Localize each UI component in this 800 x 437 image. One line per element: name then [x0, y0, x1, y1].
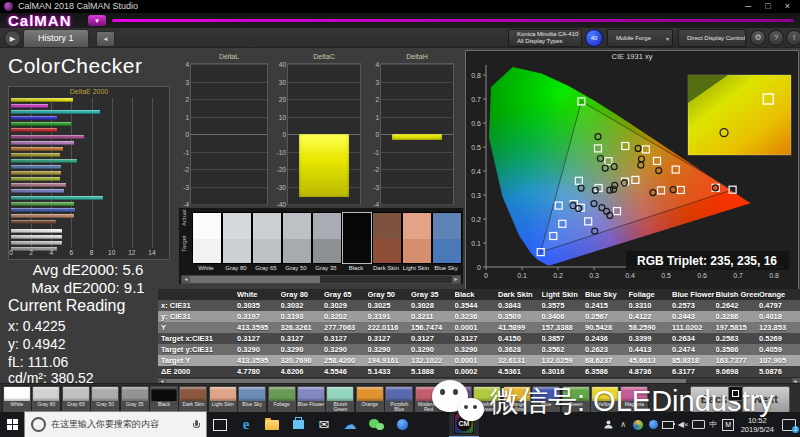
table-cell: 0.3290	[324, 344, 368, 355]
table-cell: 0.3197	[237, 311, 281, 322]
patch-button-gray-35[interactable]: Gray 35	[120, 385, 150, 414]
patch-button-orange-yellow[interactable]: Orange Yellow	[502, 385, 532, 414]
patch-label: Foliage	[268, 402, 296, 407]
patch-button-gray-65[interactable]: Gray 65	[61, 385, 91, 414]
deltae-bar	[11, 183, 66, 187]
tab-history-1[interactable]: History 1	[23, 29, 89, 48]
ime-icon[interactable]: 中	[707, 412, 720, 437]
calman-logo[interactable]: CalMAN	[8, 12, 72, 29]
patch-button-white[interactable]: White	[2, 385, 32, 414]
patch-button-blue[interactable]: Blue	[531, 385, 561, 414]
meter-dropdown[interactable]: Konica Minolta CA-410 All Display Types …	[508, 29, 582, 47]
table-row[interactable]: Target y:CIE310.32900.32900.32900.32900.…	[158, 344, 800, 355]
taskbar-clock[interactable]: 10:52 2019/5/24	[737, 416, 778, 434]
patch-button-foliage[interactable]: Foliage	[267, 385, 297, 414]
file-explorer-button[interactable]	[259, 412, 285, 437]
table-row[interactable]: Target x:CIE310.31270.31270.31270.31270.…	[158, 333, 800, 344]
calman-taskbar-button[interactable]: CM	[449, 411, 479, 437]
table-cell: 0.3127	[237, 333, 281, 344]
task-view-button[interactable]	[207, 412, 233, 437]
swatch-gray-65[interactable]	[252, 212, 282, 264]
meter-aperture-button[interactable]: 40	[585, 29, 603, 47]
volume-icon[interactable]: ◀×	[677, 412, 690, 437]
info-button[interactable]: !	[786, 30, 800, 46]
patch-button-green[interactable]: Green	[561, 385, 591, 414]
patch-button-moderate-red[interactable]: Moderate Red	[414, 385, 444, 414]
close-button[interactable]: ×	[785, 0, 790, 13]
patch-button-light-skin[interactable]: Light Skin	[208, 385, 238, 414]
swatch-gray-35[interactable]	[312, 212, 342, 264]
mail-button[interactable]: ✉	[311, 412, 337, 437]
minimize-button[interactable]: ─	[745, 0, 751, 13]
patch-button-blue-flower[interactable]: Blue Flower	[296, 385, 326, 414]
table-cell: 0.2415	[585, 300, 629, 311]
scroll-right-icon[interactable]: ►	[452, 276, 460, 283]
action-center-button[interactable]: 2	[780, 412, 798, 437]
swatch-scrollbar[interactable]: ◄ ►	[181, 275, 461, 284]
swatch-light-skin[interactable]	[402, 212, 432, 264]
next-button[interactable]: Next	[742, 386, 790, 413]
patch-button-yellow[interactable]: Yellow	[590, 385, 620, 414]
back-button[interactable]: Back	[690, 386, 738, 413]
bluetooth-icon[interactable]	[647, 412, 660, 437]
patch-label: Purplish Blue	[385, 402, 413, 412]
windows-taskbar: 在这里输入你要搜索的内容 e ✉ ☁ CM ∧ ◀× 中 M 10:52 201…	[0, 412, 800, 437]
run-button[interactable]: ▶	[4, 30, 21, 47]
scroll-left-icon[interactable]: ◄	[182, 276, 190, 283]
table-row[interactable]: ΔE 20004.77804.62064.55465.14335.18880.0…	[158, 366, 800, 377]
swatch-black[interactable]	[342, 212, 372, 264]
table-row-label: Target y:CIE31	[158, 344, 237, 355]
network-globe-icon[interactable]	[632, 412, 645, 437]
swatch-scroll-thumb[interactable]	[190, 276, 320, 283]
patch-button-purplish-blue[interactable]: Purplish Blue	[384, 385, 414, 414]
patch-button-black[interactable]: Black	[149, 385, 179, 414]
store-button[interactable]	[285, 412, 311, 437]
patch-button-gray-80[interactable]: Gray 80	[31, 385, 61, 414]
swatch-gray-50[interactable]	[282, 212, 312, 264]
svg-text:0.1: 0.1	[517, 272, 527, 279]
settings-button[interactable]: ⚙	[750, 30, 766, 46]
workflow-dropdown[interactable]: Mobile Forge ▾	[607, 29, 673, 47]
tab-collapse-button[interactable]: ◄	[96, 31, 115, 47]
edge-button[interactable]: e	[233, 412, 259, 437]
table-cell: 0.4797	[759, 300, 800, 311]
swatch-gray-80[interactable]	[222, 212, 252, 264]
patch-button-purple[interactable]: Purple	[443, 385, 473, 414]
swatch-dark-skin[interactable]	[372, 212, 402, 264]
table-row[interactable]: x: CIE310.30350.30320.30290.30250.30280.…	[158, 300, 800, 311]
table-cell: 5.1433	[368, 366, 412, 377]
help-button[interactable]: ?	[768, 30, 784, 46]
battery-icon[interactable]	[662, 412, 675, 437]
system-tray: ∧ ◀× 中 M 10:52 2019/5/24 2	[602, 412, 800, 437]
table-column-header: Black	[455, 289, 499, 300]
tray-expand-icon[interactable]: ∧	[617, 412, 630, 437]
display-control-dropdown[interactable]: Direct Display Control ▾	[678, 29, 746, 47]
start-button[interactable]	[0, 412, 24, 437]
deltae-bar	[11, 153, 60, 157]
swatch-white[interactable]	[192, 212, 222, 264]
patch-button-magenta[interactable]: Magenta	[619, 385, 649, 414]
swatch-blue-sky[interactable]	[432, 212, 462, 264]
onedrive-button[interactable]: ☁	[337, 412, 363, 437]
table-row[interactable]: Y413.3595326.3261277.7063222.0116156.747…	[158, 322, 800, 333]
logo-menu-button[interactable]: ▾	[88, 15, 106, 26]
svg-text:0.7: 0.7	[733, 272, 743, 279]
patch-button-gray-50[interactable]: Gray 50	[90, 385, 120, 414]
patch-button-orange[interactable]: Orange	[355, 385, 385, 414]
ime-mode-icon[interactable]: M	[722, 412, 735, 437]
table-cell: 0.3290	[281, 344, 325, 355]
patch-button-blue-sky[interactable]: Blue Sky	[237, 385, 267, 414]
app-button[interactable]	[389, 412, 415, 437]
patch-button-dark-skin[interactable]: Dark Skin	[178, 385, 208, 414]
wechat-button[interactable]	[363, 412, 389, 437]
microphone-icon[interactable]	[193, 420, 199, 430]
table-row[interactable]: Target Y413.3595320.7690258.4200194.9161…	[158, 355, 800, 366]
maximize-button[interactable]: □	[765, 0, 770, 13]
people-icon[interactable]	[602, 412, 615, 437]
taskbar-search-input[interactable]: 在这里输入你要搜索的内容	[24, 411, 207, 437]
touch-keyboard-icon[interactable]	[692, 412, 705, 437]
patch-button-bluish-green[interactable]: Bluish Green	[325, 385, 355, 414]
table-row[interactable]: y: CIE310.31970.31930.32020.31910.32110.…	[158, 311, 800, 322]
table-cell: 0.3290	[237, 344, 281, 355]
patch-button-yellow-green[interactable]: Yellow Green	[472, 385, 502, 414]
